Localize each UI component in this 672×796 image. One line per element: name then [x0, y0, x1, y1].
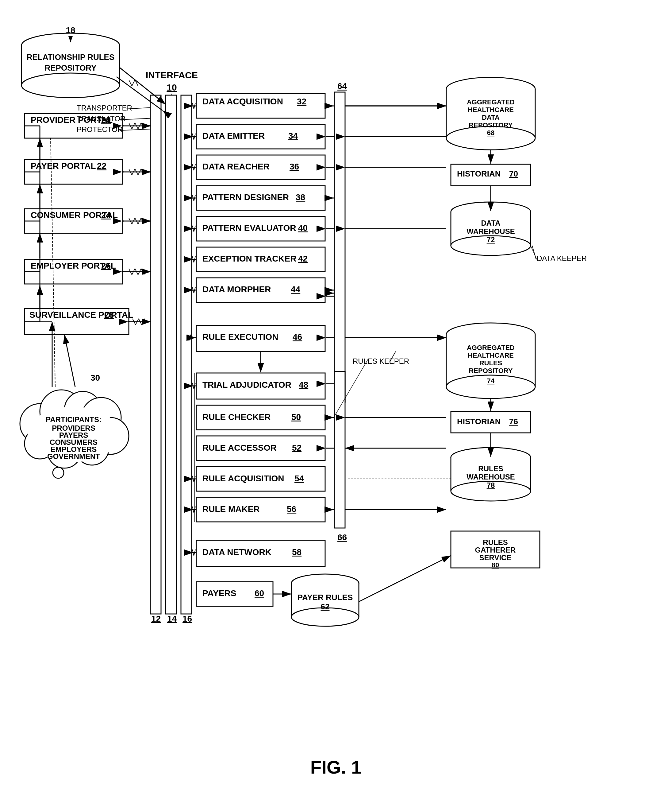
svg-text:38: 38 — [296, 193, 305, 202]
svg-text:10: 10 — [166, 82, 177, 92]
svg-text:32: 32 — [297, 97, 306, 106]
svg-text:DATA EMITTER: DATA EMITTER — [202, 131, 265, 141]
svg-text:36: 36 — [290, 162, 299, 171]
svg-text:PAYER RULES: PAYER RULES — [298, 593, 353, 602]
svg-text:SURVEILLANCE PORTAL: SURVEILLANCE PORTAL — [29, 310, 133, 319]
svg-text:74: 74 — [487, 377, 495, 385]
svg-text:54: 54 — [294, 473, 304, 483]
svg-text:22: 22 — [97, 161, 106, 171]
svg-text:56: 56 — [287, 504, 296, 514]
svg-text:64: 64 — [338, 81, 347, 91]
svg-text:PATTERN EVALUATOR: PATTERN EVALUATOR — [202, 223, 296, 233]
svg-text:WAREHOUSE: WAREHOUSE — [467, 227, 515, 236]
svg-text:RULE ACQUISITION: RULE ACQUISITION — [202, 473, 284, 483]
svg-text:HISTORIAN: HISTORIAN — [457, 417, 501, 426]
svg-text:14: 14 — [167, 614, 177, 623]
svg-text:SERVICE: SERVICE — [479, 554, 512, 562]
svg-text:46: 46 — [293, 332, 302, 342]
svg-text:RULE ACCESSOR: RULE ACCESSOR — [202, 443, 277, 453]
svg-text:70: 70 — [509, 169, 518, 178]
svg-text:AGGREGATED: AGGREGATED — [467, 344, 515, 351]
svg-text:RULES: RULES — [479, 359, 502, 367]
svg-text:REPOSITORY: REPOSITORY — [469, 121, 512, 129]
svg-text:WAREHOUSE: WAREHOUSE — [467, 473, 515, 481]
svg-text:30: 30 — [91, 373, 100, 382]
svg-text:28: 28 — [104, 310, 114, 319]
svg-text:60: 60 — [254, 589, 264, 598]
svg-text:18: 18 — [66, 26, 75, 35]
svg-text:INTERFACE: INTERFACE — [146, 70, 198, 80]
svg-text:PATTERN DESIGNER: PATTERN DESIGNER — [202, 193, 289, 202]
svg-text:44: 44 — [291, 284, 301, 294]
svg-text:34: 34 — [288, 131, 298, 141]
svg-text:REPOSITORY: REPOSITORY — [469, 367, 512, 374]
svg-text:DATA: DATA — [482, 114, 500, 121]
svg-text:GATHERER: GATHERER — [475, 546, 516, 554]
svg-text:26: 26 — [101, 261, 111, 270]
svg-text:40: 40 — [298, 223, 308, 233]
svg-text:76: 76 — [509, 417, 518, 426]
svg-text:HEALTHCARE: HEALTHCARE — [468, 351, 514, 359]
svg-text:16: 16 — [182, 614, 192, 623]
svg-text:68: 68 — [487, 129, 494, 136]
main-diagram: PROVIDER PORTAL 20 PAYER PORTAL 22 CONSU… — [0, 0, 672, 796]
svg-text:RULE EXECUTION: RULE EXECUTION — [202, 332, 278, 342]
svg-text:TRIAL ADJUDICATOR: TRIAL ADJUDICATOR — [202, 380, 291, 390]
svg-text:RULE CHECKER: RULE CHECKER — [202, 412, 270, 422]
svg-text:72: 72 — [487, 236, 495, 244]
svg-rect-184 — [334, 371, 345, 528]
svg-text:12: 12 — [151, 614, 161, 623]
svg-text:AGGREGATED: AGGREGATED — [467, 98, 515, 106]
svg-text:78: 78 — [487, 481, 495, 489]
svg-text:58: 58 — [292, 547, 301, 557]
svg-point-20 — [21, 73, 120, 98]
svg-text:42: 42 — [298, 254, 308, 263]
svg-text:DATA MORPHER: DATA MORPHER — [202, 284, 271, 294]
svg-text:DATA REACHER: DATA REACHER — [202, 162, 270, 171]
svg-text:RULES KEEPER: RULES KEEPER — [353, 357, 409, 365]
svg-text:DATA KEEPER: DATA KEEPER — [537, 254, 587, 262]
svg-text:EXCEPTION TRACKER: EXCEPTION TRACKER — [202, 254, 296, 263]
svg-text:DATA NETWORK: DATA NETWORK — [202, 547, 272, 557]
svg-text:PAYERS: PAYERS — [202, 589, 237, 598]
svg-text:66: 66 — [338, 533, 347, 542]
svg-rect-50 — [181, 95, 192, 614]
svg-text:GOVERNMENT: GOVERNMENT — [47, 452, 100, 461]
svg-rect-49 — [166, 95, 176, 614]
svg-text:PAYER PORTAL: PAYER PORTAL — [31, 161, 96, 171]
svg-text:48: 48 — [299, 380, 308, 390]
svg-text:80: 80 — [492, 561, 499, 569]
svg-rect-182 — [334, 92, 345, 402]
svg-rect-48 — [150, 95, 161, 614]
svg-text:RULE MAKER: RULE MAKER — [202, 504, 260, 514]
svg-text:HISTORIAN: HISTORIAN — [457, 169, 501, 178]
svg-text:HEALTHCARE: HEALTHCARE — [468, 106, 514, 114]
svg-text:PARTICIPANTS:: PARTICIPANTS: — [46, 415, 101, 424]
svg-text:RELATIONSHIP RULES: RELATIONSHIP RULES — [27, 53, 115, 62]
svg-text:DATA ACQUISITION: DATA ACQUISITION — [202, 97, 283, 106]
svg-text:24: 24 — [101, 210, 111, 220]
svg-text:RULES: RULES — [483, 538, 507, 546]
svg-point-47 — [53, 467, 64, 478]
diagram-container: PROVIDER PORTAL 20 PAYER PORTAL 22 CONSU… — [0, 0, 672, 796]
svg-text:52: 52 — [292, 443, 301, 453]
svg-text:PROTECTOR: PROTECTOR — [77, 125, 123, 133]
svg-text:TRANSPORTER: TRANSPORTER — [77, 104, 132, 112]
svg-text:50: 50 — [291, 412, 301, 422]
svg-text:DATA: DATA — [481, 219, 500, 227]
fig-label: FIG. 1 — [310, 757, 362, 778]
svg-text:62: 62 — [321, 602, 330, 611]
svg-text:REPOSITORY: REPOSITORY — [45, 63, 96, 72]
svg-text:RULES: RULES — [478, 464, 503, 473]
svg-text:TRANSLATOR: TRANSLATOR — [77, 114, 125, 123]
